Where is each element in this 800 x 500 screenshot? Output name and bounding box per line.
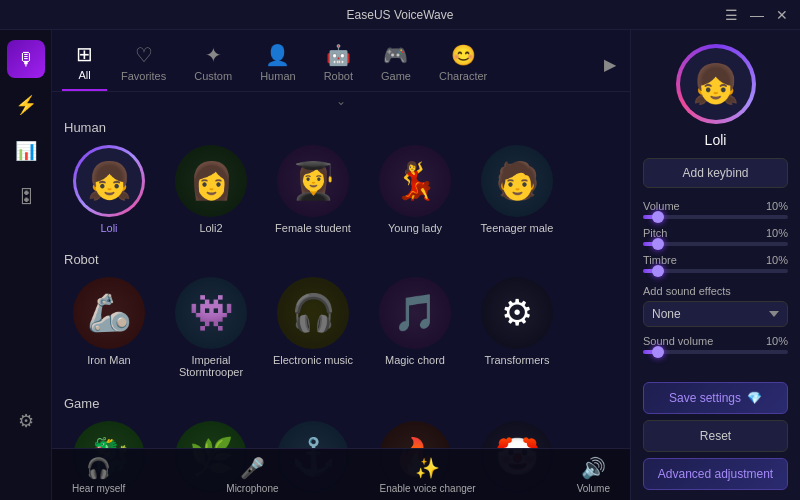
menu-icon[interactable]: ☰ [725,7,738,23]
voice-iron-man[interactable]: 🦾 Iron Man [64,277,154,378]
advanced-button[interactable]: Advanced adjustment [643,458,788,490]
all-icon: ⊞ [76,42,93,66]
category-tabs: ⊞ All ♡ Favorites ✦ Custom 👤 Human 🤖 Rob… [52,30,630,92]
pitch-track[interactable] [643,242,788,246]
center-content: ⊞ All ♡ Favorites ✦ Custom 👤 Human 🤖 Rob… [52,30,630,500]
timbre-value: 10% [766,254,788,266]
sidebar: 🎙 ⚡ 📊 🎛 ⚙ [0,30,52,500]
bottom-bar: 🎧 Hear myself 🎤 Microphone ✨ Enable voic… [52,448,630,500]
app-body: 🎙 ⚡ 📊 🎛 ⚙ ⊞ All ♡ Favorites ✦ [0,30,800,500]
volume-track[interactable] [643,215,788,219]
panel-buttons: Save settings 💎 Reset Advanced adjustmen… [643,382,788,490]
voice-loli2[interactable]: 👩 Loli2 [166,145,256,234]
timbre-track[interactable] [643,269,788,273]
voice-storm-avatar: 👾 [175,277,247,349]
sidebar-item-sliders[interactable]: 🎛 [7,178,45,216]
timbre-thumb[interactable] [652,265,664,277]
voice-loli[interactable]: 👧 Loli [64,145,154,234]
volume-label-row: Volume 10% [643,200,788,212]
expand-btn[interactable]: ⌄ [52,92,630,110]
voice-magic-chord[interactable]: 🎵 Magic chord [370,277,460,378]
tab-human[interactable]: 👤 Human [246,39,309,90]
voice-elec-name: Electronic music [273,354,353,366]
voice-ironman-avatar: 🦾 [73,277,145,349]
section-game-title: Game [64,396,618,411]
window-controls[interactable]: ☰ — ✕ [725,7,788,23]
microphone-icon: 🎤 [240,456,265,480]
volume-btn[interactable]: 🔊 Volume [577,456,610,494]
sound-vol-track[interactable] [643,350,788,354]
human-icon: 👤 [265,43,290,67]
human-voice-row: 👧 Loli 👩 Loli2 👩‍🎓 Female student [64,145,618,234]
voice-transformers[interactable]: ⚙ Transformers [472,277,562,378]
settings-icon: ⚙ [18,410,34,432]
voice-elec-avatar: 🎧 [277,277,349,349]
tab-game-label: Game [381,70,411,82]
tab-custom[interactable]: ✦ Custom [180,39,246,90]
hear-myself-btn[interactable]: 🎧 Hear myself [72,456,125,494]
scroll-right-btn[interactable]: ▶ [600,51,620,78]
character-icon: 😊 [451,43,476,67]
add-keybind-button[interactable]: Add keybind [643,158,788,188]
hear-myself-label: Hear myself [72,483,125,494]
sound-effects-label: Add sound effects [643,285,788,297]
volume-label: Volume [643,200,680,212]
microphone-btn[interactable]: 🎤 Microphone [226,456,278,494]
volume-thumb[interactable] [652,211,664,223]
sidebar-item-bolt[interactable]: ⚡ [7,86,45,124]
save-label: Save settings [669,391,741,405]
custom-icon: ✦ [205,43,222,67]
tab-all[interactable]: ⊞ All [62,38,107,91]
volume-value: 10% [766,200,788,212]
tab-human-label: Human [260,70,295,82]
save-settings-button[interactable]: Save settings 💎 [643,382,788,414]
sliders-icon: 🎛 [17,187,35,208]
save-icon: 💎 [747,391,762,405]
pitch-label-row: Pitch 10% [643,227,788,239]
voice-loli2-avatar: 👩 [175,145,247,217]
tab-all-label: All [78,69,90,81]
voice-loli-name: Loli [100,222,117,234]
voice-electronic[interactable]: 🎧 Electronic music [268,277,358,378]
tab-favorites[interactable]: ♡ Favorites [107,39,180,90]
minimize-icon[interactable]: — [750,7,764,23]
tab-robot-label: Robot [324,70,353,82]
tab-game[interactable]: 🎮 Game [367,39,425,90]
voice-magic-avatar: 🎵 [379,277,451,349]
sound-effects-select[interactable]: None Echo Reverb Distortion [643,301,788,327]
timbre-label: Timbre [643,254,677,266]
voice-young-name: Young lady [388,222,442,234]
voice-female-student[interactable]: 👩‍🎓 Female student [268,145,358,234]
voice-ironman-name: Iron Man [87,354,130,366]
microphone-label: Microphone [226,483,278,494]
pitch-value: 10% [766,227,788,239]
titlebar: EaseUS VoiceWave ☰ — ✕ [0,0,800,30]
pitch-thumb[interactable] [652,238,664,250]
close-icon[interactable]: ✕ [776,7,788,23]
reset-button[interactable]: Reset [643,420,788,452]
right-panel: 👧 Loli Add keybind Volume 10% Pitch 10% [630,30,800,500]
game-icon: 🎮 [383,43,408,67]
enable-voice-btn[interactable]: ✨ Enable voice changer [380,456,476,494]
tab-robot[interactable]: 🤖 Robot [310,39,367,90]
voice-teen-male[interactable]: 🧑 Teenager male [472,145,562,234]
selected-avatar-inner: 👧 [680,48,752,120]
hear-myself-icon: 🎧 [86,456,111,480]
tab-custom-label: Custom [194,70,232,82]
voice-young-lady[interactable]: 💃 Young lady [370,145,460,234]
timbre-slider-section: Timbre 10% [643,254,788,273]
voice-loli2-name: Loli2 [199,222,222,234]
enable-voice-label: Enable voice changer [380,483,476,494]
mic-icon: 🎙 [17,49,35,70]
sound-vol-thumb[interactable] [652,346,664,358]
voice-teen-avatar: 🧑 [481,145,553,217]
sidebar-item-settings[interactable]: ⚙ [7,402,45,440]
sidebar-item-equalizer[interactable]: 📊 [7,132,45,170]
voice-stormtrooper[interactable]: 👾 Imperial Stormtrooper [166,277,256,378]
tab-character[interactable]: 😊 Character [425,39,501,90]
sound-volume-section: Sound volume 10% [643,335,788,354]
voice-female-avatar: 👩‍🎓 [277,145,349,217]
sidebar-item-mic[interactable]: 🎙 [7,40,45,78]
voice-trans-avatar: ⚙ [481,277,553,349]
enable-voice-icon: ✨ [415,456,440,480]
